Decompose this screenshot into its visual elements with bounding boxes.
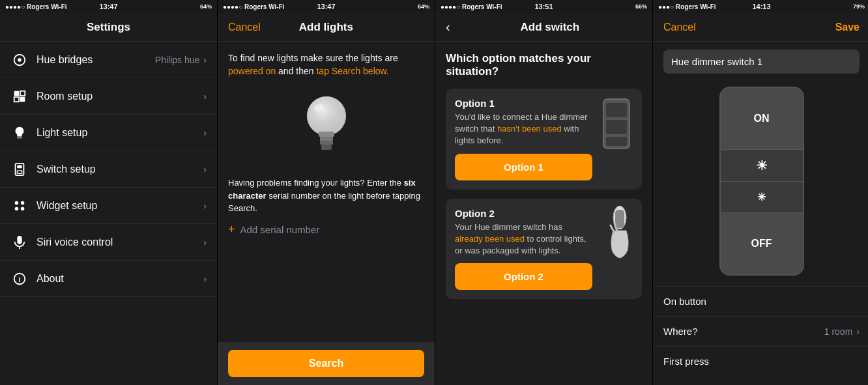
widget-setup-icon (10, 197, 29, 215)
svg-point-10 (21, 201, 25, 205)
first-press-label: First press (663, 356, 860, 367)
switch-option2: Option 2 Your Hue dimmer switch has alre… (446, 199, 642, 300)
battery-2: 64% (418, 3, 429, 10)
tap-search-text: tap Search below. (316, 66, 388, 76)
switch-question: Which option matches your situation? (446, 52, 642, 78)
svg-rect-21 (321, 145, 332, 150)
add-switch-panel: ●●●●○ Rogers Wi-Fi 13:51 66% ‹ Add switc… (435, 0, 652, 385)
option2-orange: already been used (455, 234, 525, 244)
on-button-visual: ON (721, 88, 803, 150)
add-switch-title: Add switch (458, 21, 642, 34)
add-lights-title: Add lights (299, 21, 353, 34)
option2-image (600, 208, 633, 260)
add-lights-instruction: To find new lights make sure the lights … (228, 52, 424, 78)
bright-down-button-visual: ✳ (721, 182, 803, 213)
room-setup-chevron: › (203, 91, 207, 102)
time-2: 13:47 (317, 3, 335, 10)
option1-orange: hasn't been used (497, 124, 562, 134)
about-label: About (36, 273, 203, 285)
hue-bridges-icon (10, 51, 29, 69)
dimmer-header: Cancel Save (653, 13, 868, 42)
svg-rect-5 (20, 96, 25, 101)
switch-option1: Option 1 You'd like to connect a Hue dim… (446, 89, 642, 190)
trouble-text: Having problems finding your lights? Ent… (228, 177, 424, 215)
option1-btn-area: Option 1 (455, 154, 592, 180)
time-4: 14:13 (752, 3, 770, 10)
svg-point-17 (307, 96, 346, 135)
light-setup-label: Light setup (36, 127, 203, 139)
dimmer-name-input[interactable] (663, 50, 860, 74)
sidebar-item-siri-voice[interactable]: Siri voice control › (0, 224, 217, 261)
bright-down-icon: ✳ (757, 191, 766, 203)
off-button-visual: OFF (721, 213, 803, 274)
hue-bridges-value: Philips hue (155, 55, 200, 65)
status-bar-2: ●●●●○ Rogers Wi-Fi 13:47 64% (218, 0, 435, 13)
switch-visual: ON ☀ ✳ OFF (653, 87, 868, 276)
hue-bridges-label: Hue bridges (36, 54, 155, 66)
option2-button[interactable]: Option 2 (455, 263, 592, 290)
add-switch-header: ‹ Add switch (435, 13, 652, 42)
svg-point-11 (15, 207, 19, 210)
first-press-row: First press (653, 346, 868, 376)
time-3: 13:51 (534, 3, 553, 10)
svg-rect-8 (17, 170, 22, 173)
status-bar-3: ●●●●○ Rogers Wi-Fi 13:51 66% (435, 0, 652, 13)
dimmer-cancel[interactable]: Cancel (663, 21, 696, 33)
carrier-1: ●●●●○ Rogers Wi-Fi (5, 3, 67, 10)
add-lights-panel: ●●●●○ Rogers Wi-Fi 13:47 64% Cancel Add … (218, 0, 435, 385)
bright-up-button-visual: ☀ (721, 150, 803, 181)
option1-button[interactable]: Option 1 (455, 154, 592, 180)
sidebar-item-about[interactable]: i About › (0, 261, 217, 297)
status-bar-4: ●●●○ Rogers Wi-Fi 14:13 79% (653, 0, 868, 13)
plus-icon: + (228, 223, 235, 236)
add-serial-label: Add serial number (240, 224, 320, 235)
svg-rect-28 (615, 210, 624, 228)
svg-point-1 (18, 58, 22, 62)
switch-setup-chevron: › (203, 164, 207, 175)
search-button[interactable]: Search (228, 350, 424, 377)
option2-text: Option 2 Your Hue dimmer switch has alre… (455, 208, 592, 291)
sidebar-item-room-setup[interactable]: Room setup › (0, 78, 217, 115)
add-lights-footer: Search (218, 342, 435, 385)
svg-rect-4 (14, 96, 19, 101)
back-button[interactable]: ‹ (446, 20, 450, 35)
svg-rect-3 (20, 91, 25, 95)
battery-3: 66% (635, 3, 647, 10)
add-lights-body: To find new lights make sure the lights … (218, 42, 435, 342)
svg-rect-24 (606, 103, 627, 117)
sidebar-item-light-setup[interactable]: Light setup › (0, 115, 217, 151)
bulb-illustration (228, 88, 424, 166)
siri-label: Siri voice control (36, 236, 203, 248)
add-lights-cancel[interactable]: Cancel (228, 21, 261, 33)
svg-point-9 (15, 201, 19, 205)
light-setup-chevron: › (203, 128, 207, 138)
option1-title: Option 1 (455, 98, 592, 109)
svg-rect-7 (17, 165, 22, 168)
settings-title: Settings (87, 21, 130, 34)
dimmer-body: ON ☀ ✳ OFF On button Where? 1 room › Fir… (653, 42, 868, 385)
option2-title: Option 2 (455, 208, 592, 219)
carrier-2: ●●●●○ Rogers Wi-Fi (223, 3, 285, 10)
battery-4: 79% (853, 3, 865, 10)
sidebar-item-switch-setup[interactable]: Switch setup › (0, 151, 217, 188)
sidebar-item-widget-setup[interactable]: Widget setup › (0, 188, 217, 224)
svg-rect-25 (606, 120, 627, 134)
switch-setup-label: Switch setup (36, 164, 203, 175)
option2-btn-area: Option 2 (455, 263, 592, 290)
dimmer-save[interactable]: Save (835, 21, 860, 33)
about-chevron: › (203, 274, 207, 284)
switch-device: ON ☀ ✳ OFF (719, 87, 804, 276)
option2-desc: Your Hue dimmer switch has already been … (455, 221, 592, 257)
carrier-3: ●●●●○ Rogers Wi-Fi (441, 3, 502, 10)
where-row[interactable]: Where? 1 room › (653, 316, 868, 346)
where-value: 1 room (824, 326, 853, 337)
sidebar-item-hue-bridges[interactable]: Hue bridges Philips hue › (0, 42, 217, 78)
bright-up-icon: ☀ (756, 158, 768, 173)
settings-list: Hue bridges Philips hue › Room setup › (0, 42, 217, 385)
svg-rect-20 (320, 141, 333, 145)
svg-rect-2 (14, 91, 19, 95)
room-setup-label: Room setup (36, 91, 203, 102)
light-setup-icon (10, 124, 29, 142)
on-button-row: On button (653, 286, 868, 316)
add-serial-button[interactable]: + Add serial number (228, 223, 424, 236)
